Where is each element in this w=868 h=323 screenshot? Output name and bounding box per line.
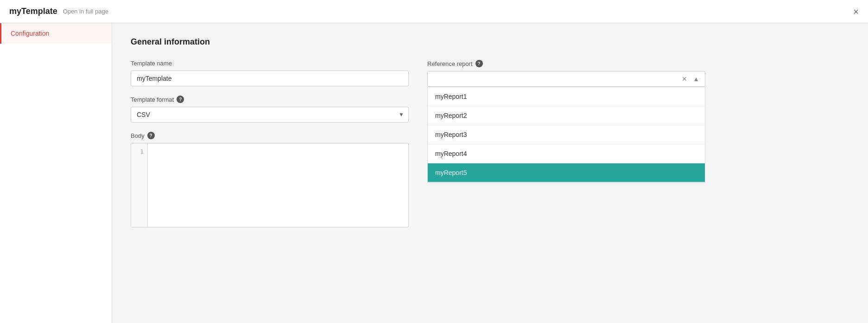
code-editor: 1 — [131, 143, 409, 227]
line-numbers: 1 — [131, 143, 148, 227]
open-full-page-link[interactable]: Open in full page — [63, 8, 108, 15]
app-title: myTemplate — [9, 6, 57, 16]
sidebar-item-label: Configuration — [11, 30, 49, 37]
reference-report-search-box: ✕ ▲ — [427, 71, 705, 87]
body-help-icon: ? — [147, 132, 155, 139]
content-area: General information Template name Templa… — [112, 23, 868, 323]
list-item[interactable]: myReport1 — [428, 87, 705, 106]
line-number-1: 1 — [131, 147, 147, 157]
list-item[interactable]: myReport2 — [428, 106, 705, 125]
reference-clear-button[interactable]: ✕ — [680, 74, 689, 84]
reference-search-actions: ✕ ▲ — [680, 74, 701, 84]
body-label: Body ? — [131, 132, 409, 139]
template-format-label: Template format ? — [131, 96, 409, 103]
code-content[interactable] — [148, 143, 408, 227]
template-format-select-wrapper: CSV JSON XML HTML ▼ — [131, 107, 409, 123]
reference-report-search-input[interactable] — [431, 73, 680, 84]
form-row: Template name Template format ? CSV JSON — [131, 60, 849, 237]
close-button[interactable]: × — [853, 7, 859, 16]
template-name-input[interactable] — [131, 71, 409, 86]
list-item[interactable]: myReport4 — [428, 144, 705, 163]
form-col-left: Template name Template format ? CSV JSON — [131, 60, 409, 237]
top-bar: myTemplate Open in full page × — [0, 0, 868, 23]
list-item-selected[interactable]: myReport5 — [428, 163, 705, 182]
reference-report-field: Reference report ? ✕ ▲ myReport1 — [427, 60, 705, 183]
reference-report-dropdown: myReport1 myReport2 myReport3 myReport4 … — [427, 87, 705, 183]
sidebar: Configuration — [0, 23, 112, 323]
section-title: General information — [131, 37, 849, 47]
reference-report-help-icon: ? — [475, 60, 483, 67]
body-field: Body ? 1 — [131, 132, 409, 227]
list-item[interactable]: myReport3 — [428, 125, 705, 144]
form-col-right: Reference report ? ✕ ▲ myReport1 — [427, 60, 705, 192]
template-format-help-icon: ? — [177, 96, 184, 103]
main-layout: Configuration General information Templa… — [0, 23, 868, 323]
template-name-label: Template name — [131, 60, 409, 67]
sidebar-item-configuration[interactable]: Configuration — [0, 23, 112, 44]
reference-collapse-button[interactable]: ▲ — [691, 74, 701, 84]
reference-report-label: Reference report ? — [427, 60, 705, 67]
top-bar-left: myTemplate Open in full page — [9, 6, 108, 16]
template-format-field: Template format ? CSV JSON XML HTML ▼ — [131, 96, 409, 123]
template-name-field: Template name — [131, 60, 409, 86]
template-format-select[interactable]: CSV JSON XML HTML — [131, 107, 409, 123]
